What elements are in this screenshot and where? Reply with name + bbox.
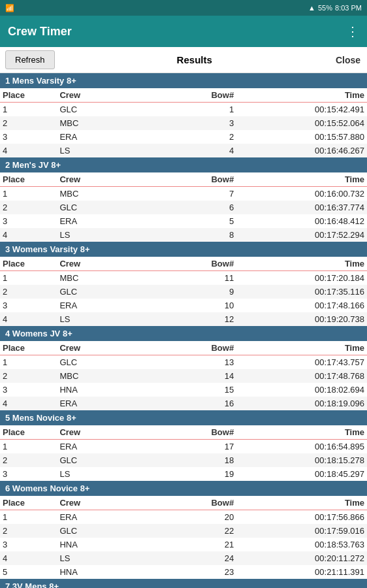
col-header-time: Time [236,257,367,271]
table-row: 1ERA2000:17:56.866 [0,510,367,525]
col-header-crew: Crew [57,425,138,440]
cell-col-bow: 6 [138,201,236,214]
col-header-bow: Bow# [138,88,236,103]
cell-col-bow: 7 [138,187,236,201]
section-header-section-4: 4 Womens JV 8+ [0,326,367,341]
col-header-crew: Crew [57,257,138,271]
cell-col-place: 4 [0,144,57,157]
refresh-button[interactable]: Refresh [5,50,55,69]
cell-col-crew: LS [57,551,138,565]
table-row: 5HNA2300:21:11.391 [0,565,367,579]
cell-col-crew: ERA [57,397,138,410]
cell-col-bow: 10 [138,299,236,312]
table-row: 1MBC1100:17:20.184 [0,271,367,286]
cell-col-place: 1 [0,510,57,525]
cell-col-bow: 8 [138,228,236,242]
section-header-section-7: 7 3V Mens 8+ [0,579,367,588]
cell-col-bow: 19 [138,467,236,481]
cell-col-bow: 23 [138,565,236,579]
cell-col-time: 00:20:11.272 [236,551,367,565]
content-area: 1 Mens Varsity 8+PlaceCrewBow#Time1GLC10… [0,73,367,588]
table-row: 1MBC700:16:00.732 [0,187,367,201]
col-header-time: Time [236,88,367,103]
cell-col-place: 1 [0,187,57,201]
col-header-time: Time [236,172,367,187]
cell-col-crew: GLC [57,285,138,299]
cell-col-crew: GLC [57,103,138,117]
status-right: ▲ 55% 8:03 PM [308,4,362,12]
col-header-time: Time [236,425,367,440]
cell-col-place: 3 [0,538,57,551]
col-header-crew: Crew [57,341,138,355]
col-header-place: Place [0,496,57,510]
cell-col-time: 00:18:53.763 [236,538,367,551]
cell-col-crew: ERA [57,440,138,454]
col-header-crew: Crew [57,496,138,510]
cell-col-crew: HNA [57,383,138,397]
cell-col-time: 00:17:59.016 [236,524,367,538]
table-row: 1GLC1300:17:43.757 [0,355,367,370]
race-table-section-2: PlaceCrewBow#Time1MBC700:16:00.7322GLC60… [0,172,367,242]
cell-col-bow: 11 [138,271,236,286]
table-row: 3ERA1000:17:48.166 [0,299,367,312]
cell-col-bow: 5 [138,214,236,228]
table-row: 4LS800:17:52.294 [0,228,367,242]
app-title: Crew Timer [8,25,72,39]
cell-col-time: 00:16:00.732 [236,187,367,201]
cell-col-time: 00:19:20.738 [236,312,367,326]
cell-col-time: 00:15:57.880 [236,130,367,144]
cell-col-place: 2 [0,369,57,383]
col-header-crew: Crew [57,88,138,103]
table-row: 3ERA500:16:48.412 [0,214,367,228]
table-row: 4ERA1600:18:19.096 [0,397,367,410]
cell-col-place: 3 [0,299,57,312]
cell-col-place: 2 [0,201,57,214]
cell-col-bow: 9 [138,285,236,299]
cell-col-crew: LS [57,467,138,481]
cell-col-time: 00:16:37.774 [236,201,367,214]
menu-icon[interactable]: ⋮ [346,24,359,39]
cell-col-time: 00:17:52.294 [236,228,367,242]
cell-col-time: 00:17:56.866 [236,510,367,525]
cell-col-place: 1 [0,355,57,370]
cell-col-bow: 3 [138,116,236,130]
table-row: 1ERA1700:16:54.895 [0,440,367,454]
cell-col-place: 3 [0,383,57,397]
close-button[interactable]: Close [329,51,367,69]
cell-col-crew: MBC [57,187,138,201]
cell-col-time: 00:15:42.491 [236,103,367,117]
toolbar: Refresh Results Close [0,47,367,73]
col-header-time: Time [236,341,367,355]
cell-col-bow: 1 [138,103,236,117]
cell-col-bow: 14 [138,369,236,383]
cell-col-place: 5 [0,565,57,579]
table-row: 2MBC300:15:52.064 [0,116,367,130]
cell-col-place: 4 [0,551,57,565]
table-row: 3HNA2100:18:53.763 [0,538,367,551]
race-table-section-3: PlaceCrewBow#Time1MBC1100:17:20.1842GLC9… [0,257,367,326]
col-header-place: Place [0,257,57,271]
race-table-section-1: PlaceCrewBow#Time1GLC100:15:42.4912MBC30… [0,88,367,157]
cell-col-bow: 13 [138,355,236,370]
col-header-crew: Crew [57,172,138,187]
table-row: 3LS1900:18:45.297 [0,467,367,481]
section-header-section-1: 1 Mens Varsity 8+ [0,73,367,88]
table-row: 4LS2400:20:11.272 [0,551,367,565]
cell-col-time: 00:15:52.064 [236,116,367,130]
cell-col-crew: ERA [57,510,138,525]
section-header-section-6: 6 Womens Novice 8+ [0,481,367,496]
cell-col-crew: LS [57,228,138,242]
section-header-section-3: 3 Womens Varsity 8+ [0,242,367,257]
cell-col-place: 4 [0,397,57,410]
battery-text: 55% [318,4,332,12]
status-left: 📶 [5,4,14,12]
cell-col-time: 00:18:45.297 [236,467,367,481]
cell-col-place: 2 [0,453,57,467]
col-header-place: Place [0,172,57,187]
cell-col-crew: MBC [57,369,138,383]
cell-col-time: 00:16:46.267 [236,144,367,157]
cell-col-bow: 21 [138,538,236,551]
table-row: 2GLC600:16:37.774 [0,201,367,214]
table-row: 4LS400:16:46.267 [0,144,367,157]
cell-col-place: 2 [0,116,57,130]
